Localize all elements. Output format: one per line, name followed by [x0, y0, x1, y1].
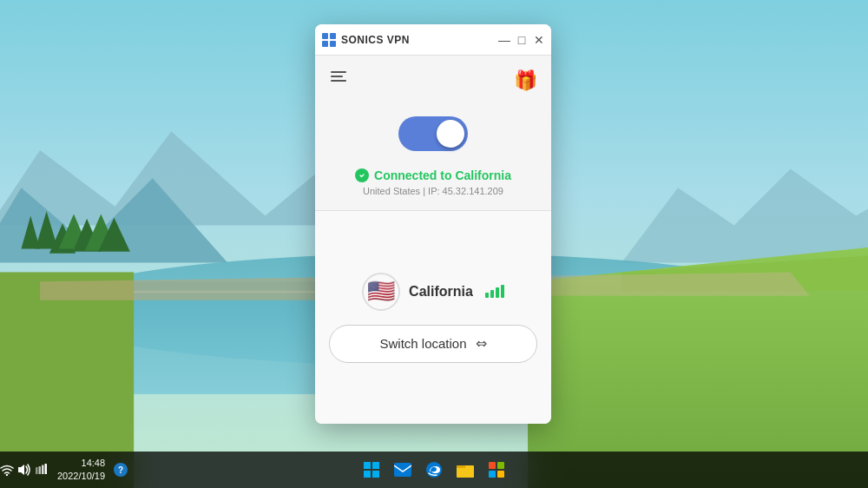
top-section: 🎁 Con	[315, 56, 551, 211]
shield-check-icon	[355, 168, 369, 182]
menu-button[interactable]	[329, 69, 348, 83]
window-content: 🎁 Con	[315, 56, 551, 424]
svg-rect-36	[497, 471, 504, 478]
taskbar-start-button[interactable]	[358, 456, 385, 484]
svg-rect-22	[330, 33, 336, 39]
taskbar-explorer-button[interactable]	[451, 456, 479, 484]
taskbar: 14:48 2022/10/19 ?	[0, 452, 868, 488]
location-name: California	[409, 284, 473, 300]
titlebar: SONICS VPN — □ ✕	[315, 24, 551, 56]
volume-icon[interactable]	[17, 464, 31, 476]
wifi-icon[interactable]	[0, 464, 14, 476]
vpn-toggle-track	[398, 116, 468, 151]
svg-point-37	[6, 474, 8, 476]
gift-button[interactable]: 🎁	[514, 69, 537, 92]
switch-arrow-icon: ⇔	[476, 335, 487, 352]
svg-rect-23	[322, 41, 328, 47]
status-sub: United States | IP: 45.32.141.209	[355, 186, 511, 196]
flag-emoji: 🇺🇸	[367, 278, 395, 305]
bottom-section: 🇺🇸 California Switch location ⇔	[315, 211, 551, 424]
app-logo	[322, 33, 336, 47]
vpn-toggle-thumb	[437, 120, 464, 148]
taskbar-center	[358, 456, 510, 484]
maximize-button[interactable]: □	[516, 35, 527, 45]
svg-rect-40	[39, 466, 42, 474]
svg-rect-35	[489, 471, 496, 478]
help-button[interactable]: ?	[114, 463, 128, 477]
switch-location-label: Switch location	[379, 336, 466, 351]
flag-circle: 🇺🇸	[362, 273, 400, 311]
svg-rect-27	[364, 471, 371, 478]
svg-rect-24	[330, 41, 336, 47]
svg-rect-21	[322, 33, 328, 39]
svg-rect-33	[489, 462, 496, 469]
svg-rect-42	[45, 464, 48, 474]
signal-bar-2	[490, 290, 494, 298]
app-title: SONICS VPN	[341, 34, 410, 46]
svg-rect-41	[42, 465, 44, 475]
taskbar-store-button[interactable]	[483, 456, 510, 484]
switch-location-button[interactable]: Switch location ⇔	[329, 325, 537, 363]
titlebar-controls: — □ ✕	[499, 35, 544, 45]
signal-bar-4	[501, 285, 504, 298]
svg-rect-26	[372, 462, 379, 469]
hamburger-line-2	[331, 76, 343, 77]
vpn-toggle-container	[398, 116, 468, 151]
svg-rect-39	[36, 467, 38, 474]
system-tray	[0, 464, 49, 476]
taskbar-edge-button[interactable]	[420, 456, 448, 484]
minimize-button[interactable]: —	[499, 35, 510, 45]
svg-marker-38	[18, 465, 24, 475]
status-text: Connected to California	[374, 168, 511, 182]
system-clock[interactable]: 14:48 2022/10/19	[54, 457, 108, 484]
signal-bar-3	[496, 287, 499, 298]
svg-rect-34	[497, 462, 504, 469]
taskbar-mail-button[interactable]	[389, 456, 417, 484]
taskbar-right: 14:48 2022/10/19 ?	[0, 452, 138, 488]
clock-date: 2022/10/19	[57, 470, 105, 483]
svg-rect-25	[364, 462, 371, 469]
svg-rect-29	[394, 463, 411, 477]
connection-status: Connected to California United States | …	[355, 168, 511, 196]
titlebar-left: SONICS VPN	[322, 33, 410, 47]
location-display: 🇺🇸 California	[362, 273, 504, 311]
close-button[interactable]: ✕	[534, 35, 544, 45]
status-connected: Connected to California	[355, 168, 511, 182]
clock-time: 14:48	[82, 457, 106, 470]
hamburger-line-3	[331, 80, 346, 82]
network-icon[interactable]	[35, 464, 49, 476]
signal-bar-1	[485, 293, 489, 298]
signal-bars	[485, 285, 504, 298]
vpn-window: SONICS VPN — □ ✕ 🎁	[315, 24, 551, 424]
svg-rect-28	[372, 471, 379, 478]
top-section-header: 🎁	[329, 69, 537, 92]
vpn-toggle[interactable]	[398, 116, 468, 151]
hamburger-line-1	[331, 71, 346, 73]
